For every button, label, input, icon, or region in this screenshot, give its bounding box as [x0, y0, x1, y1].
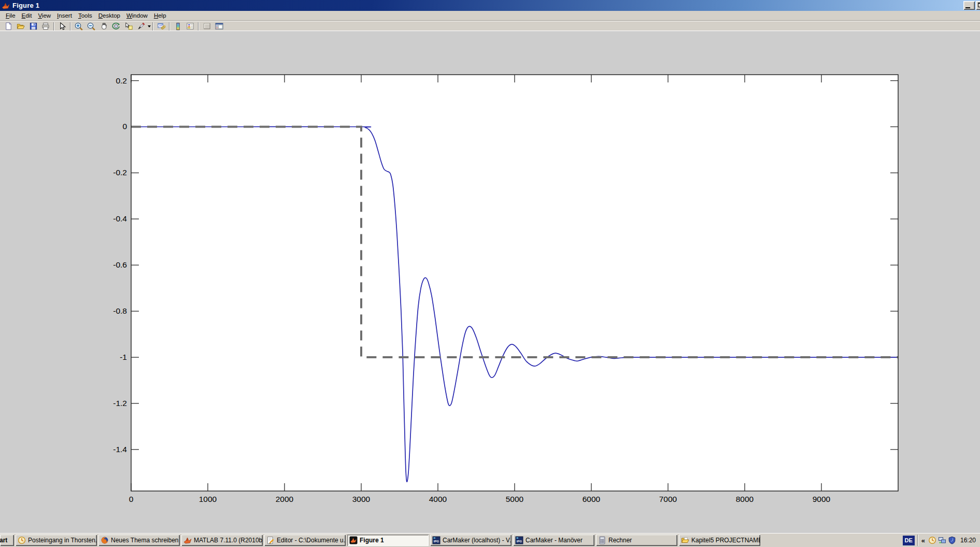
taskbar-item-label: Figure 1 [360, 537, 384, 544]
zoom-in-button[interactable] [73, 21, 85, 31]
svg-text:IPG: IPG [517, 540, 522, 543]
security-shield-icon[interactable] [948, 536, 956, 544]
save-figure-button[interactable] [27, 21, 39, 31]
maximize-icon [978, 3, 980, 7]
y-tick-label: -0.2 [113, 168, 127, 177]
brush-data-button[interactable] [135, 21, 147, 31]
taskbar-item-label: MATLAB 7.11.0 (R2010b) [194, 537, 263, 544]
taskbar-item-6[interactable]: IPGCarMaker - Manöver [513, 535, 594, 546]
menu-edit[interactable]: Edit [19, 12, 35, 19]
hide-plot-tools-button[interactable] [201, 21, 213, 31]
y-tick-label: 0.2 [116, 76, 127, 85]
y-tick-label: -0.8 [113, 306, 127, 315]
menu-tools[interactable]: Tools [75, 12, 95, 19]
matlab-logo-icon [2, 2, 10, 10]
window-title: Figure 1 [12, 2, 39, 9]
y-tick-label: 0 [122, 122, 127, 131]
show-plot-tools-button[interactable] [213, 21, 225, 31]
maximize-button[interactable] [976, 1, 980, 10]
toolbar-separator [53, 22, 54, 31]
taskbar-item-label: Rechner [608, 537, 632, 544]
edit-plot-button[interactable] [56, 21, 68, 31]
y-tick-label: -1 [120, 353, 127, 361]
zoom-out-button[interactable] [85, 21, 97, 31]
brush-icon [137, 22, 146, 31]
figure-client-area: 01000200030004000500060007000800090000.2… [0, 31, 980, 533]
pan-button[interactable] [97, 21, 110, 31]
menu-file[interactable]: File [3, 12, 19, 19]
folder-icon [681, 536, 689, 544]
ipg-carmaker-icon: IPG [432, 536, 441, 544]
insert-colorbar-button[interactable] [172, 21, 184, 31]
menu-insert[interactable]: Insert [54, 12, 75, 19]
data-cursor-icon [124, 22, 133, 31]
printer-icon [41, 22, 50, 31]
taskbar-item-7[interactable]: Rechner [596, 535, 677, 546]
menu-desktop[interactable]: Desktop [95, 12, 123, 19]
taskbar-item-label: Posteingang in Thorsten... [28, 537, 97, 544]
x-tick-label: 1000 [199, 495, 217, 503]
taskbar-item-5[interactable]: IPGCarMaker (localhost) - V... [430, 535, 512, 546]
language-indicator[interactable]: DE [903, 536, 915, 545]
taskbar-item-1[interactable]: Neues Thema schreiben ... [98, 535, 180, 546]
taskbar-item-label: CarMaker - Manöver [525, 537, 583, 544]
network-connections-icon[interactable] [938, 536, 946, 544]
taskbar-item-label: CarMaker (localhost) - V... [443, 537, 512, 544]
link-plot-button[interactable] [155, 21, 167, 31]
taskbar-clock[interactable]: 16:20 [959, 537, 978, 544]
matlab-logo-icon [183, 536, 192, 544]
firefox-icon [101, 536, 109, 544]
rotate-3d-icon [111, 22, 121, 31]
x-tick-label: 9000 [813, 495, 831, 503]
tray-icons [928, 536, 956, 544]
title-bar[interactable]: Figure 1 [0, 0, 980, 11]
plot-area[interactable] [131, 75, 898, 491]
taskbar-items: Posteingang in Thorsten...Neues Thema sc… [14, 535, 760, 546]
x-tick-label: 5000 [506, 495, 524, 503]
ipg-carmaker-icon: IPG [515, 536, 523, 544]
x-tick-label: 4000 [429, 495, 447, 503]
taskbar-item-8[interactable]: Kapitel5 PROJECTNAME2... [679, 535, 760, 546]
menu-window[interactable]: Window [123, 12, 151, 19]
toolbar-separator [152, 22, 153, 31]
minimize-icon [965, 7, 970, 8]
print-figure-button[interactable] [39, 21, 52, 31]
arrow-cursor-icon [58, 22, 67, 31]
mail-notification-icon [18, 536, 26, 544]
calculator-icon [598, 536, 606, 544]
taskbar-item-4[interactable]: Figure 1 [347, 535, 429, 546]
data-cursor-button[interactable] [122, 21, 135, 31]
taskbar-item-label: Neues Thema schreiben ... [111, 537, 180, 544]
open-file-button[interactable] [15, 21, 27, 31]
taskbar-item-3[interactable]: Editor - C:\Dokumente u... [264, 535, 346, 546]
colorbar-icon [174, 22, 182, 31]
toolbar-separator [169, 22, 170, 31]
start-button[interactable]: Start [0, 535, 14, 546]
brush-dropdown-icon[interactable] [148, 25, 151, 27]
window-controls [963, 1, 980, 10]
x-tick-label: 2000 [276, 495, 294, 503]
taskbar-item-2[interactable]: MATLAB 7.11.0 (R2010b) [181, 535, 263, 546]
tray-expand-chevron[interactable]: « [921, 537, 926, 544]
minimize-button[interactable] [963, 1, 975, 10]
editor-icon [266, 536, 275, 544]
system-tray: DE « 16:20 [903, 535, 978, 546]
x-tick-label: 6000 [583, 495, 601, 503]
start-button-label: Start [0, 537, 7, 544]
menu-help[interactable]: Help [151, 12, 169, 19]
taskbar-item-0[interactable]: Posteingang in Thorsten... [16, 535, 97, 546]
toolbar-separator [198, 22, 199, 31]
show-plot-tools-icon [215, 22, 224, 31]
hand-icon [100, 22, 108, 31]
new-figure-button[interactable] [2, 21, 15, 31]
save-floppy-icon [29, 22, 38, 31]
y-tick-label: -0.6 [113, 260, 127, 269]
insert-legend-button[interactable] [184, 21, 196, 31]
rotate-3d-button[interactable] [110, 21, 122, 31]
mail-reminder-icon[interactable] [928, 536, 936, 544]
menu-view[interactable]: View [35, 12, 54, 19]
figure-window-icon [349, 536, 358, 544]
open-folder-icon [16, 22, 25, 31]
zoom-out-icon [87, 22, 96, 31]
plot-axes[interactable]: 01000200030004000500060007000800090000.2… [0, 31, 980, 534]
